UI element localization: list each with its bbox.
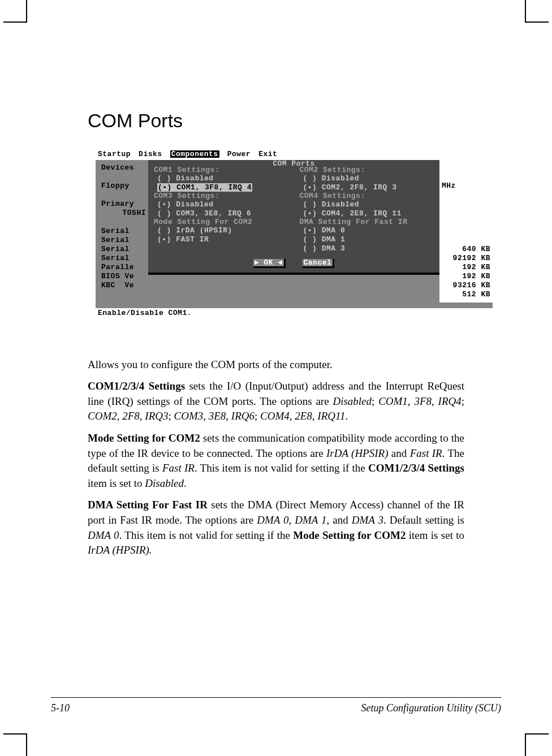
group-legend: Mode Setting For COM2 — [154, 218, 252, 226]
right-item — [442, 227, 490, 236]
menu-item-exit[interactable]: Exit — [258, 150, 277, 158]
footer-document-title: Setup Configuration Utility (SCU) — [361, 701, 502, 715]
ok-button[interactable]: OK — [253, 259, 286, 268]
definition-mode-setting: Mode Setting for COM2 sets the communica… — [88, 431, 464, 491]
radio-option[interactable]: ( ) IrDA (HPSIR) — [157, 226, 285, 235]
right-item: MHz — [442, 182, 490, 191]
left-item: Floppy — [101, 182, 146, 191]
right-item: 92192 KB — [442, 254, 490, 263]
bios-left-panel: Devices Floppy Primary TOSHI Serial Seri… — [99, 160, 148, 293]
bios-dialog: COM Ports COM1 Settings: ( ) Disabled (•… — [148, 160, 442, 275]
left-item: Primary — [101, 200, 146, 209]
group-mode: Mode Setting For COM2 ( ) IrDA (HPSIR) (… — [154, 224, 288, 254]
menu-item-disks[interactable]: Disks — [139, 150, 162, 158]
left-item: KBC Ve — [101, 281, 146, 290]
left-item: Serial — [101, 245, 146, 254]
radio-option[interactable]: (•) Disabled — [157, 200, 285, 209]
group-legend: COM2 Settings: — [300, 166, 365, 174]
group-legend: COM4 Settings: — [300, 192, 365, 200]
definition-com-settings: COM1/2/3/4 Settings sets the I/O (Input/… — [88, 379, 464, 424]
intro-paragraph: Allows you to configure the COM ports of… — [88, 357, 464, 373]
bios-screenshot: Startup Disks Components Power Exit Devi… — [96, 150, 493, 318]
right-item: 192 KB — [442, 263, 490, 272]
radio-option[interactable]: (•) COM4, 2E8, IRQ 11 — [303, 209, 431, 218]
left-item: Serial — [101, 236, 146, 245]
radio-option[interactable]: (•) FAST IR — [157, 235, 285, 244]
left-item: BIOS Ve — [101, 272, 146, 281]
bios-right-panel: MHz 640 KB 92192 KB 192 KB 192 KB 93216 … — [439, 160, 493, 303]
radio-option[interactable]: ( ) DMA 1 — [303, 235, 431, 244]
right-item — [442, 163, 490, 172]
radio-option[interactable]: (•) COM2, 2F8, IRQ 3 — [303, 183, 431, 192]
footer-page-number: 5-10 — [51, 701, 70, 715]
right-item — [442, 191, 490, 200]
right-item — [442, 236, 490, 245]
right-item: 640 KB — [442, 245, 490, 254]
page-footer: 5-10 Setup Configuration Utility (SCU) — [51, 697, 501, 715]
bios-status-bar: Enable/Disable COM1. — [96, 308, 493, 318]
right-item — [442, 172, 490, 182]
left-item: TOSHI — [101, 209, 146, 218]
group-com1: COM1 Settings: ( ) Disabled (•) COM1, 3F… — [154, 172, 288, 193]
left-item: Paralle — [101, 263, 146, 272]
radio-option[interactable]: ( ) DMA 3 — [303, 244, 431, 253]
left-item: Devices — [101, 163, 146, 172]
radio-option[interactable]: (•) COM1, 3F8, IRQ 4 — [157, 183, 252, 192]
group-legend: COM3 Settings: — [154, 192, 219, 200]
def-head: COM1/2/3/4 Settings — [88, 380, 185, 392]
right-item — [442, 209, 490, 218]
right-item — [442, 218, 490, 227]
radio-option[interactable]: ( ) Disabled — [303, 174, 431, 183]
left-item: Serial — [101, 227, 146, 236]
group-legend: DMA Setting For Fast IR — [300, 218, 408, 226]
left-item: Serial — [101, 254, 146, 263]
menu-item-startup[interactable]: Startup — [98, 150, 131, 158]
def-head: Mode Setting for COM2 — [88, 432, 200, 444]
radio-option[interactable]: ( ) COM3, 3E8, IRQ 6 — [157, 209, 285, 218]
group-com2: COM2 Settings: ( ) Disabled (•) COM2, 2F… — [300, 172, 434, 193]
page-title: COM Ports — [88, 107, 464, 135]
def-head: DMA Setting For Fast IR — [88, 499, 208, 511]
bios-menubar: Startup Disks Components Power Exit — [96, 150, 493, 160]
right-item: 93216 KB — [442, 281, 490, 290]
definition-dma-setting: DMA Setting For Fast IR sets the DMA (Di… — [88, 498, 464, 558]
menu-item-power[interactable]: Power — [227, 150, 251, 158]
right-item: 512 KB — [442, 290, 490, 299]
group-com4: COM4 Settings: ( ) Disabled (•) COM4, 2E… — [300, 198, 434, 219]
radio-option[interactable]: ( ) Disabled — [303, 200, 431, 209]
radio-option[interactable]: ( ) Disabled — [157, 174, 285, 183]
group-com3: COM3 Settings: (•) Disabled ( ) COM3, 3E… — [154, 198, 288, 219]
radio-option[interactable]: (•) DMA 0 — [303, 226, 431, 235]
cancel-button[interactable]: Cancel — [303, 259, 335, 268]
left-item — [101, 191, 146, 200]
left-item — [101, 172, 146, 182]
group-dma: DMA Setting For Fast IR (•) DMA 0 ( ) DM… — [300, 224, 434, 254]
left-item — [101, 218, 146, 227]
right-item — [442, 200, 490, 209]
right-item: 192 KB — [442, 272, 490, 281]
group-legend: COM1 Settings: — [154, 166, 219, 174]
menu-item-components[interactable]: Components — [170, 150, 219, 158]
